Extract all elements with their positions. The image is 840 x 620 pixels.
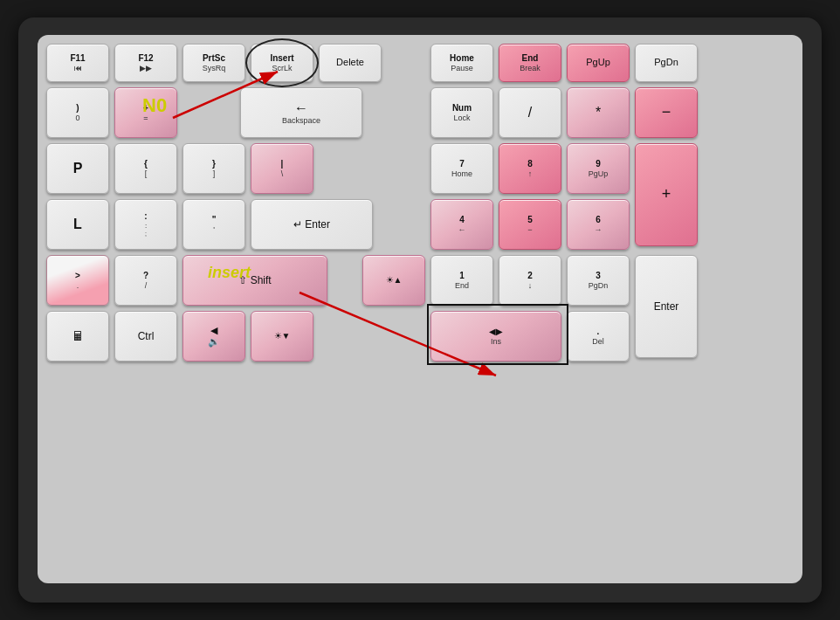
key-numlock[interactable]: Num Lock [430,87,493,138]
key-p[interactable]: P [46,143,109,194]
key-quote[interactable]: " ' [182,199,245,250]
key-numpad-multiply[interactable]: * [567,87,630,138]
key-down-arrow[interactable]: ☀▼ [251,311,313,362]
key-numpad-2[interactable]: 2 ↓ [499,255,561,306]
key-plus-equals[interactable]: + = [114,87,177,138]
key-brace-close[interactable]: } ] [182,143,245,194]
key-numpad-8[interactable]: 8 ↑ [499,143,561,194]
key-enter[interactable]: ↵ Enter [251,199,373,250]
key-numpad-dot[interactable]: . Del [567,311,630,362]
key-f12[interactable]: F12 ▶▶ [114,44,177,82]
key-numpad-enter[interactable]: Enter [635,255,698,358]
key-pgdn[interactable]: PgDn [635,44,698,82]
key-delete[interactable]: Delete [319,44,382,82]
key-ctrl[interactable]: Ctrl [114,311,177,362]
key-numpad-3[interactable]: 3 PgDn [567,255,630,306]
key-numpad-0[interactable]: ◀▶ Ins [430,311,561,362]
keyboard-inner: F11 ⏮ F12 ▶▶ PrtSc SysRq Insert ScrLk De… [38,35,802,583]
key-numpad-1[interactable]: 1 End [430,255,493,306]
key-brace-open[interactable]: { [ [114,143,177,194]
key-l[interactable]: L [46,199,109,250]
key-numpad-6[interactable]: 6 → [567,199,630,250]
key-pipe-backslash[interactable]: | \ [251,143,313,194]
key-paren-0[interactable]: ) 0 [46,87,109,138]
key-up-arrow[interactable]: ☀▲ [362,255,425,306]
key-numpad-9[interactable]: 9 PgUp [567,143,630,194]
key-left-arrow[interactable]: ◀🔉 [182,311,245,362]
keyboard-container: F11 ⏮ F12 ▶▶ PrtSc SysRq Insert ScrLk De… [18,17,822,603]
key-numpad-4[interactable]: 4 ← [430,199,493,250]
key-end-break[interactable]: End Break [499,44,561,82]
key-prtsc[interactable]: PrtSc SysRq [182,44,245,82]
key-colon-semicolon[interactable]: : : ; [114,199,177,250]
key-greater-period[interactable]: > . [46,255,109,306]
key-numpad-5[interactable]: 5 − [499,199,561,250]
key-question-slash[interactable]: ? / [114,255,177,306]
key-numpad-minus[interactable]: − [635,87,698,138]
key-shift[interactable]: ⇧ Shift [182,255,327,306]
key-insert-scrlk[interactable]: Insert ScrLk [251,44,313,82]
key-numpad-divide[interactable]: / [499,87,561,138]
key-numpad-plus[interactable]: + [635,143,698,246]
key-f11[interactable]: F11 ⏮ [46,44,109,82]
key-fn[interactable]: 🖩 [46,311,109,362]
key-home-pause[interactable]: Home Pause [430,44,493,82]
key-backspace[interactable]: ← Backspace [240,87,362,138]
key-numpad-7[interactable]: 7 Home [430,143,493,194]
key-pgup[interactable]: PgUp [567,44,630,82]
